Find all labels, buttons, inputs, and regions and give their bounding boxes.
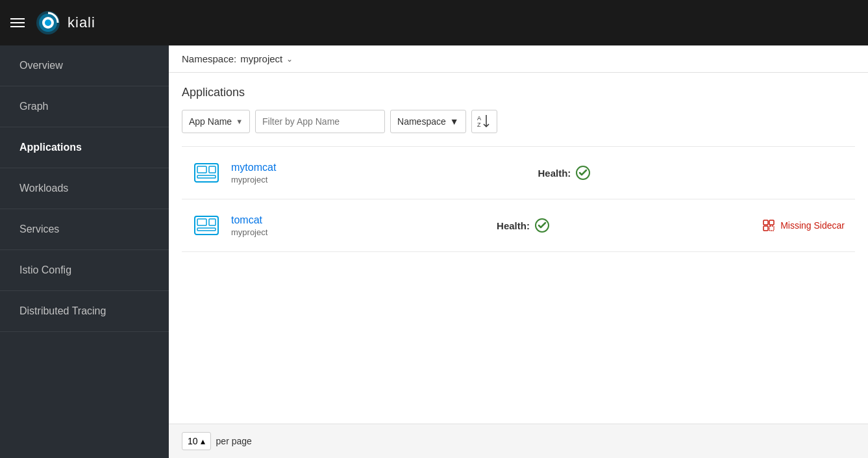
- namespace-bar: Namespace: myproject ⌄: [169, 45, 868, 73]
- content-area: Namespace: myproject ⌄ Applications App …: [169, 45, 868, 458]
- namespace-filter-dropdown[interactable]: Namespace ▼: [390, 110, 466, 133]
- app-info: tomcat myproject: [231, 214, 497, 237]
- table-row: tomcat myproject Health:: [182, 199, 855, 252]
- top-header: kiali: [0, 0, 868, 45]
- health-ok-icon: [576, 166, 590, 180]
- hamburger-menu[interactable]: [10, 18, 25, 27]
- table-row: mytomcat myproject Health:: [182, 147, 855, 199]
- app-info: mytomcat myproject: [231, 162, 538, 184]
- sidebar-item-distributed-tracing[interactable]: Distributed Tracing: [0, 291, 169, 332]
- health-section: Health:: [497, 218, 762, 233]
- namespace-value: myproject: [240, 53, 282, 64]
- svg-rect-17: [763, 220, 768, 225]
- sidebar: Overview Graph Applications Workloads Se…: [0, 45, 169, 458]
- logo-area: kiali: [35, 10, 95, 36]
- filter-bar: App Name ▼ Namespace ▼ A Z: [182, 110, 855, 133]
- health-label: Health:: [497, 220, 530, 231]
- app-namespace: myproject: [231, 175, 538, 184]
- missing-sidecar-label: Missing Sidecar: [780, 220, 845, 231]
- dropdown-caret-icon: ▼: [236, 118, 243, 125]
- per-page-value: 10: [188, 436, 198, 446]
- app-name-filter-input[interactable]: [255, 110, 385, 133]
- pagination-bar: 10 ▴ per page: [169, 424, 868, 458]
- app-name-link[interactable]: tomcat: [231, 214, 497, 226]
- namespace-caret-icon: ▼: [450, 116, 459, 127]
- namespace-filter-label: Namespace: [397, 116, 446, 127]
- svg-rect-20: [769, 226, 774, 231]
- sort-az-icon: A Z: [477, 114, 491, 130]
- health-section: Health:: [538, 166, 845, 180]
- app-namespace: myproject: [231, 227, 497, 237]
- brand-name: kiali: [68, 14, 95, 31]
- svg-rect-15: [197, 228, 216, 231]
- svg-rect-8: [197, 166, 206, 173]
- svg-rect-14: [209, 219, 216, 225]
- per-page-selector[interactable]: 10 ▴: [182, 432, 211, 450]
- per-page-caret-icon: ▴: [201, 436, 205, 446]
- main-layout: Overview Graph Applications Workloads Se…: [0, 45, 868, 458]
- sidebar-item-workloads[interactable]: Workloads: [0, 168, 169, 209]
- svg-rect-18: [769, 220, 774, 225]
- sidebar-item-services[interactable]: Services: [0, 209, 169, 250]
- app-name-link[interactable]: mytomcat: [231, 162, 538, 173]
- page-content: Applications App Name ▼ Namespace ▼ A: [169, 73, 868, 424]
- sidebar-item-overview[interactable]: Overview: [0, 45, 169, 86]
- sidebar-item-graph[interactable]: Graph: [0, 86, 169, 127]
- namespace-label: Namespace:: [182, 53, 236, 64]
- kiali-logo-icon: [35, 10, 61, 36]
- svg-point-3: [45, 19, 51, 26]
- health-ok-icon: [535, 218, 549, 233]
- filter-field-label: App Name: [189, 116, 232, 127]
- namespace-selector[interactable]: Namespace: myproject ⌄: [182, 53, 293, 64]
- app-icon: [192, 211, 221, 240]
- missing-sidecar-warning: Missing Sidecar: [762, 219, 845, 232]
- missing-sidecar-icon: [762, 219, 775, 232]
- app-icon: [192, 159, 221, 187]
- application-list: mytomcat myproject Health:: [182, 146, 855, 252]
- chevron-down-icon: ⌄: [286, 55, 293, 64]
- svg-rect-13: [197, 219, 206, 225]
- sidebar-item-istio-config[interactable]: Istio Config: [0, 250, 169, 291]
- sidebar-item-applications[interactable]: Applications: [0, 127, 169, 168]
- page-title: Applications: [182, 86, 855, 99]
- svg-rect-10: [197, 175, 216, 178]
- svg-text:A: A: [477, 115, 481, 121]
- svg-rect-19: [763, 226, 768, 231]
- per-page-label: per page: [216, 436, 252, 446]
- app-name-filter-dropdown[interactable]: App Name ▼: [182, 110, 250, 133]
- svg-rect-9: [209, 166, 216, 173]
- health-label: Health:: [538, 168, 571, 179]
- svg-text:Z: Z: [477, 121, 481, 128]
- sort-button[interactable]: A Z: [471, 110, 497, 133]
